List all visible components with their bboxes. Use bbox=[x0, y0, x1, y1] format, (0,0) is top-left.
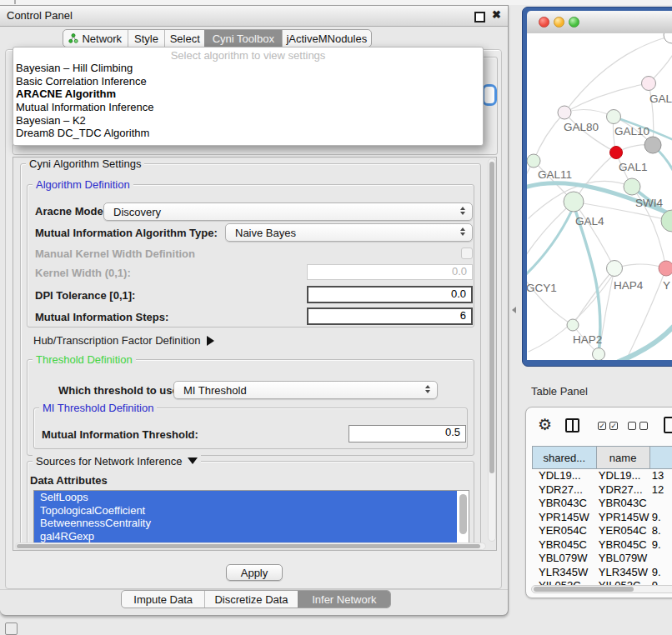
node-label: HAP4 bbox=[614, 279, 644, 292]
table-cell: 9. bbox=[650, 511, 672, 525]
close-panel-icon[interactable]: ✖ bbox=[492, 8, 501, 21]
kernel-width-label: Kernel Width (0,1): bbox=[35, 267, 131, 279]
network-node[interactable] bbox=[624, 178, 640, 195]
network-node[interactable] bbox=[664, 33, 672, 43]
network-edge[interactable] bbox=[574, 202, 614, 268]
network-node[interactable] bbox=[607, 110, 621, 124]
network-edge[interactable] bbox=[527, 268, 573, 325]
attribute-item[interactable]: gal4RGexp bbox=[34, 530, 457, 543]
table-cell: YDL19... bbox=[532, 469, 597, 483]
tab-discretize-data[interactable]: Discretize Data bbox=[204, 591, 297, 608]
minimize-window-button[interactable] bbox=[554, 17, 564, 28]
apply-button[interactable]: Apply bbox=[226, 564, 283, 581]
network-node[interactable] bbox=[644, 137, 661, 153]
tab-label: Infer Network bbox=[312, 593, 376, 606]
algorithm-option[interactable]: ARACNE Algorithm bbox=[13, 88, 483, 101]
attribute-item[interactable]: SelfLoops bbox=[34, 491, 457, 504]
settings-horizontal-scrollbar[interactable] bbox=[15, 542, 486, 550]
aracne-mode-combo[interactable]: Discovery bbox=[103, 202, 473, 221]
table-row[interactable]: YDR27...YDR27...12 bbox=[532, 483, 672, 498]
settings-vscroll-thumb[interactable] bbox=[489, 162, 494, 473]
table-row[interactable]: YBR045CYBR045C9. bbox=[532, 538, 672, 552]
node-label: SWI4 bbox=[635, 197, 663, 209]
algorithm-option[interactable]: Basic Correlation Inference bbox=[13, 75, 483, 88]
kernel-width-field[interactable]: 0.0 bbox=[307, 264, 473, 280]
mi-threshold-label: Mutual Information Threshold: bbox=[42, 428, 198, 441]
collapse-down-icon[interactable] bbox=[188, 458, 198, 464]
table-row[interactable]: YDL19...YDL19...13 bbox=[532, 469, 672, 483]
unchecked-box-icon bbox=[628, 422, 636, 430]
table-horizontal-scrollbar[interactable] bbox=[531, 585, 672, 593]
network-node[interactable] bbox=[593, 348, 605, 361]
table-row[interactable]: YER054CYER054C8. bbox=[532, 524, 672, 538]
network-edge[interactable] bbox=[619, 322, 672, 360]
table-row[interactable]: YBR043CYBR043C bbox=[532, 497, 672, 511]
node-label: GAL bbox=[649, 92, 672, 105]
select-all-columns-icon[interactable]: ✓ ✓ bbox=[598, 422, 618, 430]
table-row[interactable]: YBL079WYBL079W bbox=[532, 552, 672, 566]
settings-hscroll-thumb[interactable] bbox=[17, 544, 480, 548]
hub-definition-toggle[interactable]: Hub/Transcription Factor Definition bbox=[33, 334, 214, 347]
network-edge[interactable] bbox=[527, 161, 534, 278]
table-hscroll-thumb[interactable] bbox=[534, 587, 634, 592]
table-cell bbox=[650, 552, 672, 566]
table-header-row: shared...name bbox=[532, 446, 672, 469]
bottom-corner-icon[interactable] bbox=[5, 622, 18, 635]
tab-style[interactable]: Style bbox=[128, 30, 165, 47]
network-node[interactable] bbox=[661, 210, 672, 232]
column-header[interactable]: shared... bbox=[532, 446, 597, 469]
network-edge[interactable] bbox=[527, 202, 574, 268]
unselect-all-columns-icon[interactable] bbox=[628, 422, 648, 430]
network-edge[interactable] bbox=[564, 83, 649, 112]
network-node[interactable] bbox=[659, 261, 672, 276]
network-edge[interactable] bbox=[534, 112, 564, 161]
which-threshold-combo[interactable]: MI Threshold bbox=[173, 381, 438, 399]
algorithm-option[interactable]: Dream8 DC_TDC Algorithm bbox=[13, 127, 483, 140]
column-header[interactable] bbox=[650, 446, 672, 469]
network-node[interactable] bbox=[564, 192, 584, 212]
tab-impute-data[interactable]: Impute Data bbox=[122, 591, 204, 608]
tab-infer-network[interactable]: Infer Network bbox=[298, 591, 390, 608]
network-edge[interactable] bbox=[527, 207, 574, 278]
attribute-item[interactable]: TopologicalCoefficient bbox=[34, 504, 457, 518]
tab-select[interactable]: Select bbox=[164, 30, 204, 47]
gear-icon[interactable]: ⚙ bbox=[538, 415, 552, 433]
tab-cyni-toolbox[interactable]: Cyni Toolbox bbox=[204, 30, 282, 47]
table-row[interactable]: YLR345WYLR345W9. bbox=[532, 566, 672, 580]
manual-kernel-checkbox[interactable] bbox=[461, 248, 473, 259]
panel-splitter-handle[interactable] bbox=[512, 307, 516, 313]
table-row[interactable]: YPR145WYPR145W9. bbox=[532, 511, 672, 525]
network-node[interactable] bbox=[610, 147, 623, 159]
network-node[interactable] bbox=[642, 77, 656, 91]
network-node[interactable] bbox=[607, 261, 623, 277]
network-canvas[interactable]: GALGAL80GAL10GAL1GAL11SWI4GAL4HAP4YGCY1H… bbox=[527, 33, 672, 360]
split-columns-icon[interactable] bbox=[565, 418, 579, 432]
mi-type-combo[interactable]: Naive Bayes bbox=[225, 223, 473, 242]
network-node[interactable] bbox=[527, 154, 540, 168]
mi-steps-field[interactable]: 6 bbox=[307, 308, 473, 325]
close-window-button[interactable] bbox=[539, 17, 549, 28]
algorithm-option[interactable]: Mutual Information Inference bbox=[13, 101, 483, 114]
tab-network[interactable]: Network bbox=[63, 30, 128, 47]
column-header[interactable]: name bbox=[597, 446, 650, 469]
cyni-mode-tabbar: Impute DataDiscretize DataInfer Network bbox=[121, 590, 391, 608]
attributes-scrollbar-thumb[interactable] bbox=[459, 494, 467, 534]
dpi-tolerance-field[interactable]: 0.0 bbox=[307, 286, 473, 303]
float-panel-icon[interactable] bbox=[474, 12, 485, 22]
table-cell: YDL19... bbox=[597, 469, 650, 483]
combo-arrows-icon bbox=[425, 385, 430, 393]
network-node[interactable] bbox=[558, 106, 571, 119]
tab-jactivemnodules[interactable]: jActiveMNodules bbox=[282, 30, 371, 47]
mi-threshold-field[interactable]: 0.5 bbox=[349, 425, 466, 442]
attribute-item[interactable]: BetweennessCentrality bbox=[34, 517, 457, 530]
algorithm-option[interactable]: Bayesian – K2 bbox=[13, 114, 483, 128]
aracne-mode-label: Aracne Mode: bbox=[35, 205, 107, 218]
inference-algorithm-combo-fragment[interactable] bbox=[482, 84, 497, 106]
settings-vertical-scrollbar[interactable] bbox=[488, 158, 496, 542]
algorithm-option[interactable]: Bayesian – Hill Climbing bbox=[13, 62, 483, 75]
expand-right-icon[interactable] bbox=[207, 336, 214, 346]
sources-group-title: Sources for Network Inference bbox=[33, 455, 201, 468]
network-node[interactable] bbox=[567, 319, 579, 331]
new-table-icon[interactable] bbox=[664, 417, 672, 433]
zoom-window-button[interactable] bbox=[569, 17, 579, 28]
